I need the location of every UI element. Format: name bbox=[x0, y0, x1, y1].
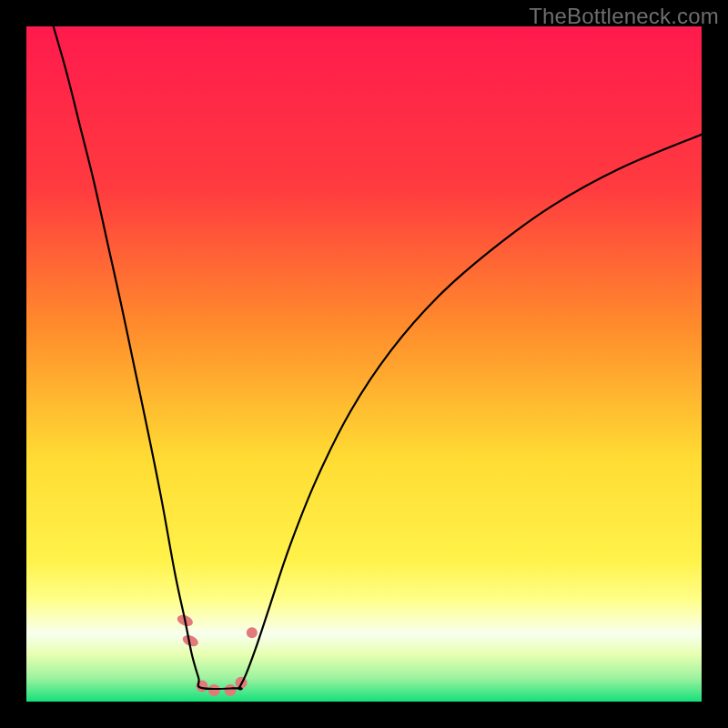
plot-area bbox=[26, 26, 702, 702]
dot-left-lower-2 bbox=[208, 684, 220, 696]
dot-right-upper bbox=[247, 627, 258, 638]
dot-right-lower-1 bbox=[225, 684, 237, 696]
watermark-text: TheBottleneck.com bbox=[529, 4, 719, 29]
bottleneck-chart-svg bbox=[26, 26, 702, 702]
chart-frame: TheBottleneck.com bbox=[0, 0, 728, 728]
gradient-background bbox=[26, 26, 702, 702]
